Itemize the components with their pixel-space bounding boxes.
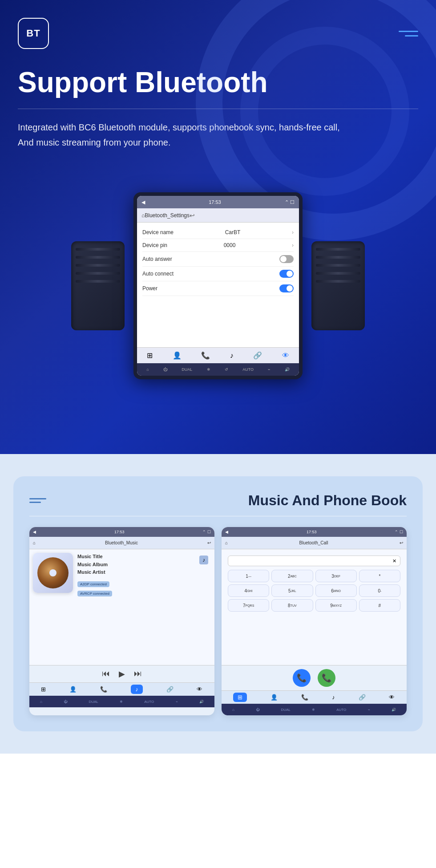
status-vol: 🔊	[285, 367, 290, 372]
note-icon: ♪	[199, 556, 208, 564]
menu-line-1	[399, 31, 418, 32]
screen-inner: ◀ 17:53 ⌃ ☐ ⌂ Bluetooth_Settings ↩ Devic…	[137, 196, 299, 376]
dial-3[interactable]: 3DEF	[315, 570, 357, 582]
dial-5[interactable]: 5JKL	[271, 584, 313, 597]
screen-icons: ⌃ ☐	[285, 199, 295, 205]
home-icon[interactable]: ⌂	[141, 212, 145, 219]
auto-connect-toggle[interactable]	[279, 270, 294, 278]
ms-fan: ⌁	[176, 700, 178, 704]
hero-section: BT Support Bluetooth Integrated with BC6…	[0, 0, 436, 454]
dial-input[interactable]: ✕	[228, 556, 400, 566]
cs-home[interactable]: ⌂	[232, 708, 234, 712]
hero-desc-line1: Integrated with BC6 Bluetooth module, su…	[18, 122, 340, 132]
call-nav-apps-active[interactable]: ⊞	[233, 693, 247, 702]
call-nav-link[interactable]: 🔗	[359, 694, 366, 701]
phone-icon[interactable]: 📞	[201, 351, 210, 360]
play-button[interactable]: ▶	[119, 669, 125, 679]
bluetooth-settings-content: Device name CarBT › Device pin 0000 › Au…	[137, 223, 299, 347]
music-back-btn[interactable]: ◀	[33, 530, 36, 534]
status-home[interactable]: ⌂	[146, 367, 149, 372]
music-nav-phone[interactable]: 📞	[100, 686, 107, 693]
music-nav-link[interactable]: 🔗	[166, 686, 174, 693]
screen-status-bar: ⌂ ⏻ DUAL ❄ ↺ AUTO ⌁ 🔊	[137, 363, 299, 376]
music-artist: Music Artist	[77, 568, 211, 576]
music-time: 17:53	[114, 530, 125, 534]
avrcp-badge: AVRCP connected	[77, 591, 112, 596]
auto-answer-toggle[interactable]	[279, 255, 294, 263]
call-back-arrow[interactable]: ↩	[400, 540, 403, 545]
music-nav-music-active[interactable]: ♪	[131, 685, 143, 694]
call-nav: ⌂ Bluetooth_Call ↩	[222, 537, 407, 549]
contacts-icon[interactable]: 👤	[173, 351, 182, 360]
dial-8[interactable]: 8TUV	[271, 599, 313, 612]
call-nav-music[interactable]: ♪	[332, 694, 335, 701]
vent-bar	[76, 280, 120, 283]
back-arrow-icon[interactable]: ↩	[190, 212, 195, 219]
call-nav-eye[interactable]: 👁	[389, 694, 395, 701]
hero-title: Support Bluetooth	[18, 67, 418, 98]
screen-top-bar: ◀ 17:53 ⌃ ☐	[137, 196, 299, 208]
call-nav-phone[interactable]: 📞	[301, 694, 308, 701]
music-nav-eye[interactable]: 👁	[197, 686, 202, 693]
auto-connect-label: Auto connect	[142, 271, 174, 277]
hero-header: BT	[18, 18, 418, 49]
dial-1[interactable]: 1—	[228, 570, 269, 582]
bluetooth-icon[interactable]: 👁	[282, 352, 289, 360]
back-button[interactable]: ◀	[141, 199, 145, 205]
music-screen: ◀ 17:53 ⌃ ☐ ⌂ Bluetooth_Music ↩ ♪	[29, 527, 214, 715]
link-icon[interactable]: 🔗	[253, 351, 262, 360]
music-nav-apps[interactable]: ⊞	[41, 686, 46, 693]
cs-auto: AUTO	[336, 708, 346, 712]
apps-icon[interactable]: ⊞	[147, 351, 153, 360]
dial-hash[interactable]: #	[359, 599, 400, 612]
card-title: Music And Phone Book	[248, 492, 407, 509]
music-home-icon[interactable]: ⌂	[33, 540, 36, 545]
music-icon[interactable]: ♪	[230, 352, 234, 360]
ms-ac: ❄	[120, 700, 123, 704]
dial-4[interactable]: 4GHI	[228, 584, 269, 597]
power-toggle[interactable]	[279, 284, 294, 292]
card-menu-icon[interactable]	[29, 498, 46, 503]
card-divider	[29, 516, 407, 516]
dial-9[interactable]: 9WXYZ	[315, 599, 357, 612]
status-fan: ⌁	[268, 367, 270, 372]
vent-bar	[316, 280, 360, 283]
call-back-btn[interactable]: ◀	[225, 530, 228, 534]
music-nav-contacts[interactable]: 👤	[69, 686, 77, 693]
menu-button[interactable]	[399, 31, 418, 37]
bt-logo: BT	[18, 18, 49, 49]
bottom-card: Music And Phone Book ◀ 17:53 ⌃ ☐ ⌂ Bluet…	[13, 476, 423, 731]
card-menu-line1	[29, 498, 46, 499]
dial-2[interactable]: 2ABC	[271, 570, 313, 582]
call-status-bar: ⌂ ⏻ DUAL ❄ AUTO ⌁ 🔊	[222, 704, 407, 715]
cs-power: ⏻	[256, 708, 259, 712]
vent-bar	[316, 272, 360, 275]
vent-bar	[316, 256, 360, 259]
music-status-bar: ⌂ ⏻ DUAL ❄ AUTO ⌁ 🔊	[29, 696, 214, 707]
call-button[interactable]: 📞	[293, 669, 311, 687]
call-home-icon[interactable]: ⌂	[225, 540, 228, 545]
music-status-icons: ⌃ ☐	[202, 530, 211, 534]
dial-7[interactable]: 7PQRS	[228, 599, 269, 612]
cs-dual: DUAL	[281, 708, 290, 712]
music-back-arrow[interactable]: ↩	[207, 540, 211, 545]
dial-star[interactable]: *	[359, 570, 400, 582]
dialpad: ✕ 1— 2ABC 3DEF * 4GHI 5JKL 6MNO 0- 7PQRS	[225, 553, 403, 614]
dial-6[interactable]: 6MNO	[315, 584, 357, 597]
dial-0[interactable]: 0-	[359, 584, 400, 597]
ms-home[interactable]: ⌂	[40, 700, 42, 704]
prev-button[interactable]: ⏮	[102, 669, 110, 679]
call-screen: ◀ 17:53 ⌃ ☐ ⌂ Bluetooth_Call ↩ ✕ 1—	[222, 527, 407, 715]
music-bottom-nav: ⊞ 👤 📞 ♪ 🔗 👁	[29, 682, 214, 696]
card-menu-line2	[29, 502, 41, 503]
screen-bottom-nav: ⊞ 👤 📞 ♪ 🔗 👁	[137, 347, 299, 363]
close-icon[interactable]: ✕	[392, 558, 396, 564]
vent-bar	[76, 264, 120, 267]
music-album: Music Album	[77, 561, 211, 569]
power-row: Power	[142, 281, 294, 296]
call-screen-title: Bluetooth_Call	[299, 540, 328, 545]
cs-vol: 🔊	[392, 708, 396, 712]
call-nav-contacts[interactable]: 👤	[270, 694, 278, 701]
redial-button[interactable]: 📞	[318, 669, 335, 687]
next-button[interactable]: ⏭	[134, 669, 142, 679]
